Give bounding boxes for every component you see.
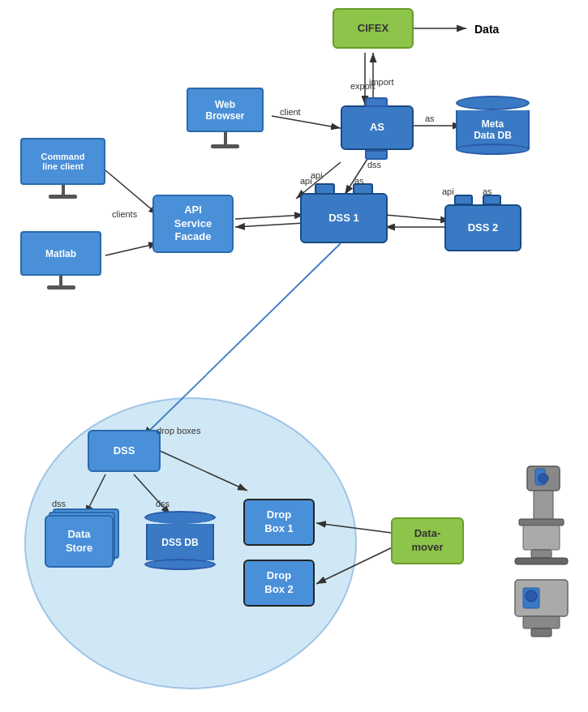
metadata-db: MetaData DB (454, 96, 531, 155)
data-mover-label: Data-mover (411, 527, 443, 555)
diagram: CIFEX Data export import WebBrowser clie… (0, 0, 588, 712)
svg-line-10 (235, 223, 304, 227)
svg-rect-31 (531, 628, 552, 637)
web-browser-monitor: WebBrowser (187, 88, 264, 148)
data-label: Data (474, 23, 499, 36)
api-left-label: api (311, 170, 323, 180)
svg-rect-30 (523, 616, 560, 628)
matlab-monitor: Matlab (20, 231, 101, 290)
drop-box-1: DropBox 1 (243, 499, 315, 546)
as-tab-top (365, 97, 388, 107)
drop-box-1-label: DropBox 1 (264, 508, 293, 536)
instrument-svg-2 (507, 576, 576, 641)
as-label: AS (370, 121, 384, 135)
data-mover-box: Data-mover (391, 517, 464, 564)
dss2-box: DSS 2 (444, 204, 521, 251)
as-tab-bottom (365, 150, 388, 160)
dss-as-label: dss (367, 160, 381, 169)
api-dss2-label: api (442, 187, 454, 196)
dss1-box: DSS 1 (300, 193, 388, 243)
dss2-label: DSS 2 (468, 221, 499, 235)
svg-rect-24 (523, 525, 560, 550)
dss1-label: DSS 1 (328, 212, 359, 225)
cifex-label: CIFEX (358, 22, 388, 36)
as-metadb-label: as (425, 114, 435, 123)
import-label: import (369, 77, 394, 87)
drop-box-2: DropBox 2 (243, 560, 315, 607)
clients-label: clients (112, 209, 137, 219)
svg-line-12 (105, 243, 158, 255)
svg-rect-23 (519, 519, 564, 525)
svg-rect-22 (534, 491, 553, 523)
command-line-label: Commandline client (41, 152, 85, 171)
svg-rect-25 (531, 550, 552, 558)
datastore-stack: DataStore (45, 515, 114, 568)
instrument-image (503, 462, 580, 568)
svg-line-11 (105, 170, 158, 215)
dss-db: DSS DB (144, 511, 216, 570)
as-dss1-label: as (354, 176, 364, 186)
web-browser-label: WebBrowser (205, 99, 244, 122)
dss-inner-box: DSS (88, 430, 161, 472)
command-line-monitor: Commandline client (20, 138, 105, 199)
metadata-db-label: MetaData DB (474, 118, 512, 142)
as-dss2-label: as (483, 187, 492, 196)
dss2-tab1 (454, 195, 473, 205)
svg-line-5 (272, 116, 341, 128)
datastore-label: DataStore (66, 528, 92, 555)
drop-box-2-label: DropBox 2 (264, 569, 293, 597)
instrument-image-2 (507, 576, 576, 641)
as-box: AS (341, 105, 414, 150)
svg-point-33 (526, 590, 537, 602)
dss-dssdb-label: dss (156, 499, 170, 508)
api-service-facade-label: APIServiceFacade (174, 204, 212, 245)
dss1-tab1 (315, 183, 335, 195)
client-label: client (280, 107, 301, 117)
api-service-facade-box: APIServiceFacade (152, 195, 234, 253)
api-dss1-label: api (300, 176, 312, 186)
svg-point-28 (539, 474, 548, 483)
matlab-label: Matlab (45, 248, 76, 259)
drop-boxes-label: drop boxes (157, 426, 200, 435)
dss-datastore-label: dss (52, 499, 66, 508)
svg-rect-26 (515, 558, 568, 564)
cifex-box: CIFEX (333, 8, 414, 49)
instrument-svg (503, 462, 580, 568)
dss-inner-label: DSS (114, 444, 135, 458)
dss-db-label: DSS DB (161, 537, 198, 548)
svg-line-9 (235, 215, 304, 219)
svg-line-13 (385, 215, 450, 221)
